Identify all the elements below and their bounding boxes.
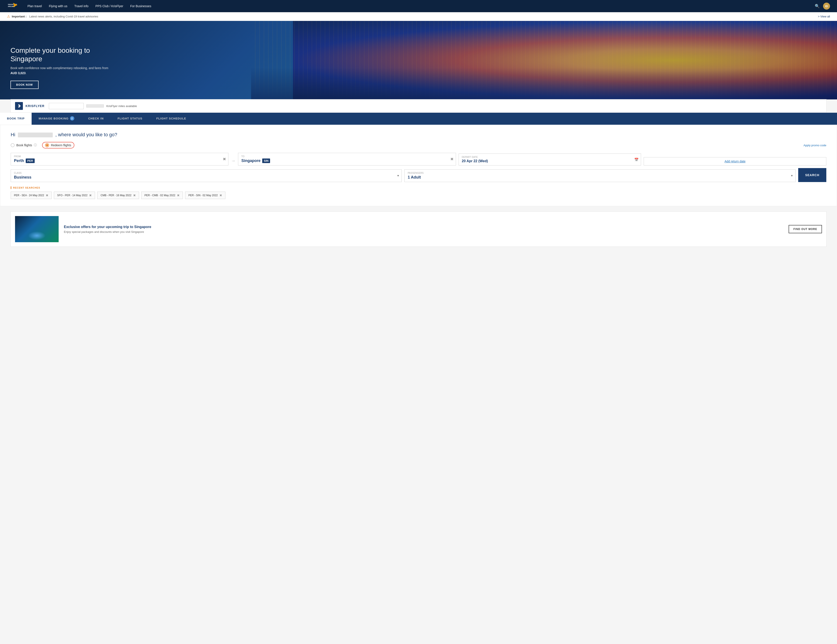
nav-link-pps-club[interactable]: PPS Club / KrisFlyer — [95, 4, 123, 8]
recent-searches-section: RECENT SEARCHES PER - SEA · 24 May 2022 … — [11, 186, 826, 199]
to-field[interactable]: TO Singapore SIN ✖ — [238, 153, 456, 166]
to-iata-badge: SIN — [262, 158, 270, 163]
tab-flight-status[interactable]: FLIGHT STATUS — [111, 113, 149, 125]
book-flights-label: Book flights — [16, 143, 32, 147]
singapore-airlines-logo-icon: SINGAPORE AIRLINES — [7, 2, 18, 10]
tabs-bar: BOOK TRIP MANAGE BOOKING 2 CHECK IN FLIG… — [0, 113, 837, 125]
recent-search-text: PER - SEA · 24 May 2022 — [14, 194, 44, 197]
tab-check-in[interactable]: CHECK IN — [81, 113, 111, 125]
greeting-prefix: Hi — [11, 132, 15, 137]
nav-links: Plan travel Flying with us Travel info P… — [28, 4, 815, 8]
recent-search-cmb-per[interactable]: CMB - PER · 16 May 2022 ✖ — [97, 192, 139, 199]
search-class-pax-row: CLASS Business ▼ PASSENGERS 1 Adult ▼ SE… — [11, 168, 826, 182]
nav-link-travel-info[interactable]: Travel info — [74, 4, 89, 8]
recent-search-close-icon[interactable]: ✖ — [46, 194, 48, 197]
add-return-date-link[interactable]: Add return date — [725, 159, 746, 163]
passengers-select[interactable]: PASSENGERS 1 Adult ▼ — [404, 169, 795, 182]
nav-link-for-businesses[interactable]: For Businesses — [130, 4, 151, 8]
search-icon[interactable]: 🔍 — [815, 4, 819, 8]
search-from-to-row: FROM Perth PER ✖ → TO Singapore SIN ✖ DE… — [11, 153, 826, 166]
recent-search-text: SFO - PER · 14 May 2022 — [57, 194, 87, 197]
manage-booking-badge: 2 — [70, 116, 74, 121]
book-flights-radio[interactable] — [11, 143, 15, 147]
from-iata-badge: PER — [26, 158, 34, 163]
route-arrow-icon: → — [231, 158, 235, 166]
greeting-suffix: , where would you like to go? — [55, 132, 117, 137]
depart-date-field[interactable]: DEPART DATE 20 Apr 22 (Wed) 📅 — [459, 153, 641, 166]
hero-subtitle: Book with confidence now with compliment… — [10, 66, 110, 76]
krisflyer-bar: KRISFLYER KrisFlyer miles available — [10, 99, 827, 113]
recent-search-per-cmb[interactable]: PER - CMB · 02 May 2022 ✖ — [141, 192, 183, 199]
tab-flight-schedule[interactable]: FLIGHT SCHEDULE — [149, 113, 193, 125]
nav-logo[interactable]: SINGAPORE AIRLINES — [7, 2, 19, 10]
alert-text: Latest news alerts, including Covid-19 t… — [29, 15, 98, 18]
recent-search-close-icon[interactable]: ✖ — [89, 194, 92, 197]
from-field[interactable]: FROM Perth PER ✖ — [11, 153, 228, 166]
krisflyer-logo-icon — [17, 104, 21, 108]
nav-link-plan-travel[interactable]: Plan travel — [28, 4, 42, 8]
recent-search-close-icon[interactable]: ✖ — [133, 194, 136, 197]
hero-section: Complete your booking to Singapore Book … — [0, 21, 837, 99]
krisflyer-icon — [15, 102, 23, 110]
recent-search-text: PER - SIN · 02 May 2022 — [188, 194, 218, 197]
redeem-flights-label: Redeem flights — [51, 143, 71, 147]
depart-date-label: DEPART DATE — [462, 156, 638, 158]
hero-content: Complete your booking to Singapore Book … — [0, 46, 120, 99]
promo-find-out-more-button[interactable]: FIND OUT MORE — [789, 225, 822, 233]
promo-image-glow — [28, 231, 46, 240]
alert-icon: ⚠ — [7, 15, 10, 18]
alert-bar: ⚠ Important : Latest news alerts, includ… — [0, 12, 837, 21]
greeting-name-redacted — [18, 133, 53, 137]
tab-manage-booking[interactable]: MANAGE BOOKING 2 — [31, 113, 81, 125]
info-icon[interactable]: ⓘ — [34, 143, 37, 147]
to-label: TO — [241, 155, 453, 158]
search-button[interactable]: SEARCH — [798, 168, 826, 182]
krisflyer-label: KRISFLYER — [26, 104, 44, 108]
recent-search-close-icon[interactable]: ✖ — [177, 194, 180, 197]
redeem-flights-option[interactable]: Redeem flights — [45, 143, 71, 147]
recent-searches-list: PER - SEA · 24 May 2022 ✖ SFO - PER · 14… — [11, 192, 826, 199]
krisflyer-miles-box — [86, 104, 104, 107]
from-clear-icon[interactable]: ✖ — [223, 157, 226, 161]
hero-title: Complete your booking to Singapore — [10, 46, 110, 63]
recent-search-text: CMB - PER · 16 May 2022 — [100, 194, 131, 197]
from-value: Perth PER — [14, 158, 225, 163]
to-value: Singapore SIN — [241, 158, 453, 163]
hero-buildings — [251, 21, 837, 99]
book-flights-option[interactable]: Book flights ⓘ — [11, 143, 37, 147]
promo-image — [15, 216, 59, 242]
hero-book-now-button[interactable]: BOOK NOW — [10, 80, 39, 89]
class-dropdown-arrow-icon: ▼ — [397, 174, 400, 177]
nav-bar: SINGAPORE AIRLINES Plan travel Flying wi… — [0, 0, 837, 12]
passengers-value: 1 Adult — [408, 175, 792, 180]
promo-section: Exclusive offers for your upcoming trip … — [10, 212, 827, 247]
svg-marker-5 — [18, 104, 21, 108]
return-date-field[interactable]: Add return date — [644, 157, 826, 166]
nav-right: 🔍 ID — [815, 3, 830, 10]
apply-promo-code-link[interactable]: Apply promo code — [803, 144, 826, 147]
nav-avatar[interactable]: ID — [823, 3, 830, 10]
class-label: CLASS — [14, 172, 399, 174]
class-select[interactable]: CLASS Business ▼ — [11, 169, 402, 182]
to-clear-icon[interactable]: ✖ — [450, 157, 454, 161]
greeting: Hi , where would you like to go? — [11, 132, 826, 138]
recent-search-sfo-per[interactable]: SFO - PER · 14 May 2022 ✖ — [54, 192, 95, 199]
passengers-dropdown-arrow-icon: ▼ — [791, 174, 793, 177]
redeem-flights-radio[interactable] — [45, 143, 49, 147]
krisflyer-number-input[interactable] — [49, 103, 84, 109]
alert-label: Important : — [12, 15, 26, 18]
alert-view-all-link[interactable]: > View all — [818, 15, 830, 18]
promo-subtitle: Enjoy special packages and discounts whe… — [64, 230, 151, 233]
tab-book-trip[interactable]: BOOK TRIP — [0, 113, 31, 125]
nav-link-flying-with-us[interactable]: Flying with us — [49, 4, 67, 8]
radio-inner-dot — [46, 144, 48, 146]
booking-panel: Hi , where would you like to go? Book fl… — [0, 125, 837, 206]
recent-search-per-sea[interactable]: PER - SEA · 24 May 2022 ✖ — [11, 192, 52, 199]
recent-search-close-icon[interactable]: ✖ — [220, 194, 222, 197]
class-value: Business — [14, 175, 399, 180]
promo-title: Exclusive offers for your upcoming trip … — [64, 225, 151, 229]
flight-options-row: Book flights ⓘ Redeem flights Apply prom… — [11, 142, 826, 148]
recent-search-per-sin[interactable]: PER - SIN · 02 May 2022 ✖ — [185, 192, 225, 199]
calendar-icon[interactable]: 📅 — [634, 158, 638, 161]
depart-date-value: 20 Apr 22 (Wed) — [462, 159, 638, 163]
